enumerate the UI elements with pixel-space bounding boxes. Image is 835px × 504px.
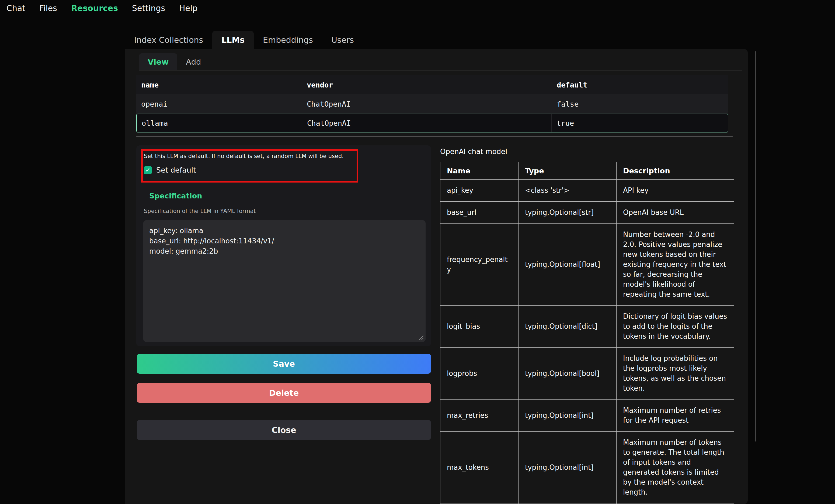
doc-row-frequency-penalty: frequency_penaltytyping.Optional[float]N…: [441, 224, 734, 306]
doc-cell: Number between -2.0 and 2.0. Positive va…: [616, 224, 734, 306]
llm-cell: ollama: [137, 114, 302, 132]
doc-col-name: Name: [441, 162, 518, 180]
doc-table-body: api_key<class 'str'>API keybase_urltypin…: [441, 180, 734, 504]
doc-cell: max_retries: [441, 400, 518, 432]
llm-detail-card: Set this LLM as default. If no default i…: [136, 145, 431, 346]
doc-header-row: NameTypeDescription: [441, 162, 734, 180]
delete-button[interactable]: Delete: [137, 383, 431, 403]
content-panel: ViewAdd namevendordefaultopenaiChatOpenA…: [125, 49, 748, 504]
tab-index-collections[interactable]: Index Collections: [125, 31, 212, 49]
set-default-row: ✓ Set default: [144, 166, 196, 174]
llm-header-vendor: vendor: [302, 76, 552, 94]
nav-item-resources[interactable]: Resources: [71, 3, 118, 13]
doc-cell: frequency_penalty: [441, 224, 518, 306]
main-tabs: Index CollectionsLLMsEmbeddingsUsers: [125, 31, 363, 49]
default-hint-text: Set this LLM as default. If no default i…: [144, 153, 344, 160]
vertical-scrollbar[interactable]: [755, 51, 756, 442]
doc-cell: base_url: [441, 202, 518, 224]
resize-grip-icon[interactable]: [418, 334, 424, 340]
doc-table-head: NameTypeDescription: [441, 162, 734, 180]
llm-cell: true: [551, 114, 728, 132]
llm-cell: ChatOpenAI: [302, 94, 552, 113]
doc-row-logit-bias: logit_biastyping.Optional[dict]Dictionar…: [441, 306, 734, 348]
doc-cell: <class 'str'>: [518, 180, 616, 202]
tab-embeddings[interactable]: Embeddings: [254, 31, 322, 49]
doc-cell: typing.Optional[int]: [518, 432, 616, 503]
subtab-add[interactable]: Add: [177, 53, 209, 70]
doc-row-api-key: api_key<class 'str'>API key: [441, 180, 734, 202]
close-button[interactable]: Close: [137, 420, 431, 440]
llm-table-header: namevendordefault: [136, 76, 728, 94]
set-default-checkbox[interactable]: ✓: [144, 166, 152, 174]
doc-row-logprobs: logprobstyping.Optional[bool]Include log…: [441, 348, 734, 400]
check-icon: ✓: [145, 167, 150, 173]
nav-item-settings[interactable]: Settings: [132, 3, 165, 13]
tab-users[interactable]: Users: [322, 31, 363, 49]
llm-table: namevendordefaultopenaiChatOpenAIfalseol…: [136, 76, 728, 132]
doc-cell: logit_bias: [441, 306, 518, 348]
llm-row-openai[interactable]: openaiChatOpenAIfalse: [136, 94, 728, 113]
doc-cell: Dictionary of logit bias values to add t…: [616, 306, 734, 348]
doc-cell: Maximum number of tokens to generate. Th…: [616, 432, 734, 503]
llm-header-name: name: [136, 76, 302, 94]
doc-row-base-url: base_urltyping.Optional[str]OpenAI base …: [441, 202, 734, 224]
model-doc-title: OpenAI chat model: [440, 148, 507, 155]
horizontal-scrollbar[interactable]: [136, 136, 733, 137]
nav-item-chat[interactable]: Chat: [6, 3, 25, 13]
nav-item-help[interactable]: Help: [179, 3, 198, 13]
llm-row-ollama[interactable]: ollamaChatOpenAItrue: [136, 113, 728, 132]
nav-item-files[interactable]: Files: [39, 3, 57, 13]
doc-cell: max_tokens: [441, 432, 518, 503]
doc-row-max-retries: max_retriestyping.Optional[int]Maximum n…: [441, 400, 734, 432]
doc-cell: typing.Optional[str]: [518, 202, 616, 224]
save-button[interactable]: Save: [137, 354, 431, 374]
top-nav: ChatFilesResourcesSettingsHelp: [6, 0, 198, 16]
doc-cell: OpenAI base URL: [616, 202, 734, 224]
tab-llms[interactable]: LLMs: [212, 31, 254, 49]
doc-cell: typing.Optional[float]: [518, 224, 616, 306]
llm-cell: false: [552, 94, 728, 113]
set-default-label: Set default: [156, 166, 196, 174]
llm-cell: ChatOpenAI: [302, 114, 551, 132]
model-doc-table: NameTypeDescription api_key<class 'str'>…: [440, 162, 734, 504]
doc-cell: logprobs: [441, 348, 518, 400]
doc-cell: api_key: [441, 180, 518, 202]
sub-tabs: ViewAdd: [139, 53, 742, 70]
doc-cell: API key: [616, 180, 734, 202]
specification-hint: Specification of the LLM in YAML format: [144, 208, 256, 214]
doc-cell: typing.Optional[int]: [518, 400, 616, 432]
llm-header-default: default: [552, 76, 728, 94]
doc-col-type: Type: [518, 162, 616, 180]
doc-cell: typing.Optional[bool]: [518, 348, 616, 400]
doc-cell: Maximum number of retries for the API re…: [616, 400, 734, 432]
subtab-view[interactable]: View: [139, 53, 177, 70]
llm-cell: openai: [136, 94, 302, 113]
yaml-spec-textarea[interactable]: api_key: ollama base_url: http://localho…: [143, 220, 426, 342]
doc-cell: typing.Optional[dict]: [518, 306, 616, 348]
doc-row-max-tokens: max_tokenstyping.Optional[int]Maximum nu…: [441, 432, 734, 503]
specification-title: Specification: [149, 192, 202, 200]
doc-col-description: Description: [616, 162, 734, 180]
doc-cell: Include log probabilities on the logprob…: [616, 348, 734, 400]
